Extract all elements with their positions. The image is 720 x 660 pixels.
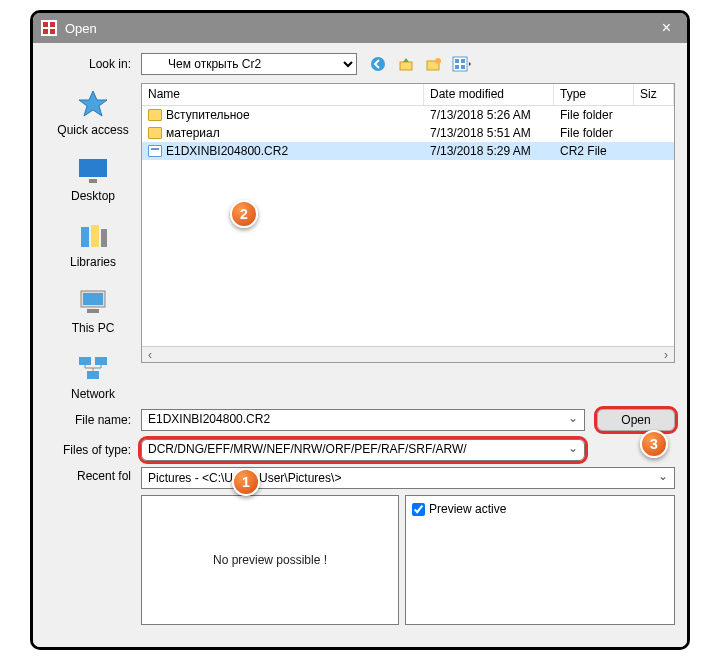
recent-folders-select[interactable]: Pictures - <C:\Users\User\Pictures\>: [141, 467, 675, 489]
svg-rect-12: [81, 227, 89, 247]
svg-rect-8: [455, 65, 459, 69]
preview-active-checkbox[interactable]: Preview active: [412, 502, 668, 516]
col-name[interactable]: Name: [142, 84, 424, 105]
svg-rect-19: [95, 357, 107, 365]
svg-rect-13: [91, 225, 99, 247]
view-menu-icon[interactable]: [451, 53, 473, 75]
svg-rect-10: [79, 159, 107, 177]
filetype-select[interactable]: DCR/DNG/EFF/MRW/NEF/NRW/ORF/PEF/RAF/SRF/…: [141, 439, 585, 461]
lookin-select[interactable]: Чем открыть Cr2: [141, 53, 357, 75]
app-icon: [41, 20, 57, 36]
place-network[interactable]: Network: [71, 353, 115, 401]
callout-badge-1: 1: [232, 468, 260, 496]
svg-point-4: [435, 58, 441, 64]
folder-icon: [148, 127, 162, 139]
new-folder-icon[interactable]: [423, 53, 445, 75]
filename-input[interactable]: E1DXINBI204800.CR2: [141, 409, 585, 431]
lookin-label: Look in:: [45, 57, 141, 71]
col-date[interactable]: Date modified: [424, 84, 554, 105]
scroll-left-icon[interactable]: ‹: [142, 348, 158, 362]
nav-back-icon[interactable]: [367, 53, 389, 75]
nav-toolbar: [367, 53, 473, 75]
network-icon: [75, 353, 111, 383]
window-title: Open: [65, 21, 654, 36]
places-bar: Quick access Desktop Libraries This PC N…: [45, 83, 141, 401]
dialog-body: Look in: Чем открыть Cr2 Quick access: [33, 43, 687, 647]
svg-point-1: [371, 57, 385, 71]
svg-rect-7: [461, 59, 465, 63]
svg-rect-17: [87, 309, 99, 313]
dialog-open: Open × Look in: Чем открыть Cr2: [30, 10, 690, 650]
callout-badge-3: 3: [640, 430, 668, 458]
file-rows: Вступительное7/13/2018 5:26 AMFile folde…: [142, 106, 674, 346]
close-icon[interactable]: ×: [654, 19, 679, 37]
svg-rect-14: [101, 229, 107, 247]
file-icon: [148, 145, 162, 157]
nav-up-icon[interactable]: [395, 53, 417, 75]
col-size[interactable]: Siz: [634, 84, 674, 105]
file-list: Name Date modified Type Siz Вступительно…: [141, 83, 675, 363]
svg-rect-2: [400, 62, 412, 70]
filename-row: File name: E1DXINBI204800.CR2 Open: [45, 409, 675, 431]
table-row[interactable]: E1DXINBI204800.CR27/13/2018 5:29 AMCR2 F…: [142, 142, 674, 160]
svg-rect-11: [89, 179, 97, 183]
place-this-pc[interactable]: This PC: [72, 287, 115, 335]
callout-badge-2: 2: [230, 200, 258, 228]
svg-rect-20: [87, 371, 99, 379]
preview-active-input[interactable]: [412, 503, 425, 516]
lookin-row: Look in: Чем открыть Cr2: [45, 53, 675, 75]
h-scrollbar[interactable]: ‹ ›: [142, 346, 674, 362]
table-row[interactable]: Вступительное7/13/2018 5:26 AMFile folde…: [142, 106, 674, 124]
recent-label: Recent fol: [45, 467, 141, 625]
svg-rect-6: [455, 59, 459, 63]
scroll-right-icon[interactable]: ›: [658, 348, 674, 362]
star-icon: [75, 89, 111, 119]
preview-panels: No preview possible ! Preview active: [141, 495, 675, 625]
preview-box: No preview possible !: [141, 495, 399, 625]
svg-rect-18: [79, 357, 91, 365]
place-quick-access[interactable]: Quick access: [57, 89, 128, 137]
open-button[interactable]: Open: [597, 409, 675, 431]
filetype-row: Files of type: DCR/DNG/EFF/MRW/NEF/NRW/O…: [45, 439, 675, 461]
preview-area: Pictures - <C:\Users\User\Pictures\> No …: [141, 467, 675, 625]
col-type[interactable]: Type: [554, 84, 634, 105]
filename-label: File name:: [45, 413, 141, 427]
svg-rect-16: [83, 293, 103, 305]
table-row[interactable]: материал7/13/2018 5:51 AMFile folder: [142, 124, 674, 142]
monitor-icon: [75, 155, 111, 185]
column-headers[interactable]: Name Date modified Type Siz: [142, 84, 674, 106]
filetype-label: Files of type:: [45, 443, 141, 457]
preview-options: Preview active: [405, 495, 675, 625]
libraries-icon: [75, 221, 111, 251]
place-libraries[interactable]: Libraries: [70, 221, 116, 269]
recent-row: Recent fol Pictures - <C:\Users\User\Pic…: [45, 467, 675, 625]
place-desktop[interactable]: Desktop: [71, 155, 115, 203]
svg-rect-9: [461, 65, 465, 69]
pc-icon: [75, 287, 111, 317]
titlebar: Open ×: [33, 13, 687, 43]
folder-icon: [148, 109, 162, 121]
main-area: Quick access Desktop Libraries This PC N…: [45, 83, 675, 401]
